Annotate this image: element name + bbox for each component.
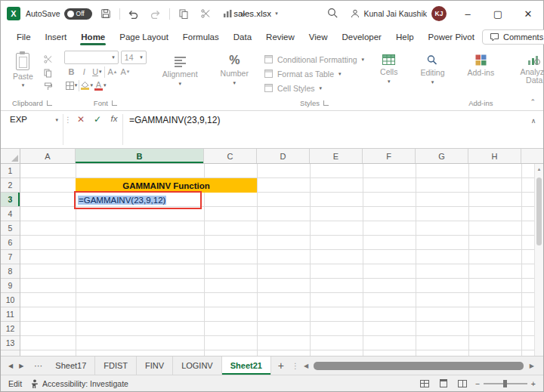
tab-formulas[interactable]: Formulas	[176, 28, 226, 46]
fill-color-button[interactable]: ▾	[81, 79, 93, 91]
document-title[interactable]: sales.xlsx ▾	[233, 9, 277, 18]
addins-button[interactable]: Add-ins	[461, 51, 502, 77]
sheet-nav-left-icon[interactable]: ◀	[8, 363, 13, 369]
column-header-a[interactable]: A	[20, 149, 76, 163]
copy-button[interactable]	[42, 67, 55, 79]
tab-review[interactable]: Review	[259, 28, 301, 46]
column-header-g[interactable]: G	[416, 149, 468, 163]
scroll-right-icon[interactable]: ▶	[530, 363, 534, 369]
tab-power-pivot[interactable]: Power Pivot	[422, 28, 481, 46]
column-header-b[interactable]: B	[76, 149, 204, 163]
dialog-launcher-icon[interactable]	[112, 100, 117, 106]
formula-bar-handle[interactable]: ⋮	[63, 111, 73, 148]
column-header-h[interactable]: H	[468, 149, 521, 163]
dialog-launcher-icon[interactable]	[47, 100, 52, 106]
select-all-corner[interactable]	[1, 149, 20, 163]
page-break-view-button[interactable]	[456, 378, 468, 389]
page-layout-view-button[interactable]	[437, 378, 450, 389]
horizontal-scrollbar[interactable]: ◀ ▶	[303, 357, 540, 375]
tab-developer[interactable]: Developer	[335, 28, 388, 46]
column-header-c[interactable]: C	[204, 149, 257, 163]
increase-font-button[interactable]: A▴	[107, 66, 118, 78]
cut-button[interactable]	[197, 5, 214, 23]
row-header-11[interactable]: 11	[1, 307, 20, 322]
row-header-4[interactable]: 4	[1, 207, 20, 221]
font-color-button[interactable]: A▾	[94, 79, 107, 91]
row-header-7[interactable]: 7	[1, 250, 20, 264]
row-header-9[interactable]: 9	[1, 279, 20, 293]
tab-view[interactable]: View	[302, 28, 335, 46]
tab-page-layout[interactable]: Page Layout	[113, 28, 175, 46]
redo-button[interactable]	[147, 5, 164, 23]
alignment-button[interactable]: Alignment ▾	[156, 51, 205, 87]
insert-function-button[interactable]: fx	[106, 111, 122, 148]
sheet-tab-sheet21[interactable]: Sheet21	[222, 357, 271, 375]
cell-b2-banner[interactable]: GAMMAINV Function	[76, 178, 257, 193]
cell-styles-button[interactable]: Cell Styles ▾	[264, 81, 364, 95]
more-sheets-button[interactable]: ⋯	[29, 357, 47, 375]
search-button[interactable]	[327, 8, 338, 20]
horizontal-scroll-thumb[interactable]	[314, 362, 524, 370]
autosave-toggle[interactable]: Off	[64, 8, 92, 20]
cells-area[interactable]: GAMMAINV Function =GAMMAINV(23,9,12) ▲	[20, 164, 543, 356]
row-header-5[interactable]: 5	[1, 221, 20, 236]
chart-button[interactable]	[219, 5, 236, 23]
sheet-tab-loginv[interactable]: LOGINV	[173, 357, 222, 375]
italic-button[interactable]: I	[79, 66, 90, 78]
number-button[interactable]: % Number ▾	[214, 51, 255, 86]
borders-button[interactable]: ▾	[66, 79, 78, 91]
normal-view-button[interactable]	[419, 378, 431, 389]
zoom-knob[interactable]	[503, 380, 507, 387]
cell-mode-indicator[interactable]: Edit	[8, 379, 22, 388]
sheet-tab-fdist[interactable]: FDIST	[95, 357, 137, 375]
formula-input[interactable]: =GAMMAINV(23,9,12)	[123, 111, 524, 148]
tab-splitter-handle[interactable]: ⋮	[291, 357, 300, 375]
format-painter-button[interactable]	[42, 81, 55, 92]
tab-file[interactable]: File	[10, 28, 38, 46]
comments-button[interactable]: Comments	[482, 29, 544, 45]
save-button[interactable]	[97, 5, 114, 23]
column-header-e[interactable]: E	[310, 149, 363, 163]
bold-button[interactable]: B	[66, 66, 77, 78]
sheet-nav-right-icon[interactable]: ▶	[19, 363, 23, 369]
tab-help[interactable]: Help	[389, 28, 421, 46]
autosave-control[interactable]: AutoSave Off	[26, 8, 92, 20]
decrease-font-button[interactable]: A▾	[119, 66, 131, 78]
column-header-d[interactable]: D	[257, 149, 310, 163]
minimize-button[interactable]: –	[453, 1, 483, 26]
sheet-tab-finv[interactable]: FINV	[137, 357, 173, 375]
collapse-formula-bar-button[interactable]: ∧	[524, 111, 543, 148]
scroll-up-icon[interactable]: ▲	[535, 167, 543, 171]
font-name-combo[interactable]: ▾	[64, 51, 119, 64]
analyze-data-button[interactable]: Analyze Data	[510, 51, 544, 85]
cancel-entry-button[interactable]: ✕	[73, 111, 89, 148]
close-button[interactable]: ✕	[513, 1, 543, 26]
sheet-tab-sheet17[interactable]: Sheet17	[47, 357, 95, 375]
font-size-combo[interactable]: 14▾	[121, 51, 147, 64]
tab-data[interactable]: Data	[227, 28, 258, 46]
column-header-f[interactable]: F	[363, 149, 416, 163]
new-sheet-button[interactable]: +	[271, 357, 291, 375]
row-header-1[interactable]: 1	[1, 164, 20, 178]
editing-button[interactable]: Editing ▾	[413, 51, 451, 85]
excel-logo-icon[interactable]: X	[7, 7, 20, 20]
zoom-slider[interactable]: − +	[475, 379, 536, 388]
tab-home[interactable]: Home	[74, 28, 112, 46]
scroll-left-icon[interactable]: ◀	[304, 363, 308, 369]
format-as-table-button[interactable]: Format as Table ▾	[264, 66, 364, 81]
conditional-formatting-button[interactable]: Conditional Formatting ▾	[264, 52, 364, 66]
tab-insert[interactable]: Insert	[39, 28, 74, 46]
name-box[interactable]: EXP ▾	[1, 111, 63, 148]
avatar[interactable]: KJ	[431, 6, 447, 21]
zoom-track[interactable]	[484, 383, 527, 384]
underline-button[interactable]: U▾	[91, 66, 103, 78]
zoom-in-icon[interactable]: +	[531, 379, 536, 388]
maximize-button[interactable]: ▢	[483, 1, 513, 26]
row-header-12[interactable]: 12	[1, 322, 20, 336]
vertical-scroll-thumb[interactable]	[536, 177, 542, 245]
row-header-6[interactable]: 6	[1, 236, 20, 250]
zoom-out-icon[interactable]: −	[475, 379, 480, 388]
undo-button[interactable]	[125, 5, 142, 23]
dialog-launcher-icon[interactable]	[323, 100, 329, 106]
cells-button[interactable]: Cells ▾	[373, 51, 404, 85]
